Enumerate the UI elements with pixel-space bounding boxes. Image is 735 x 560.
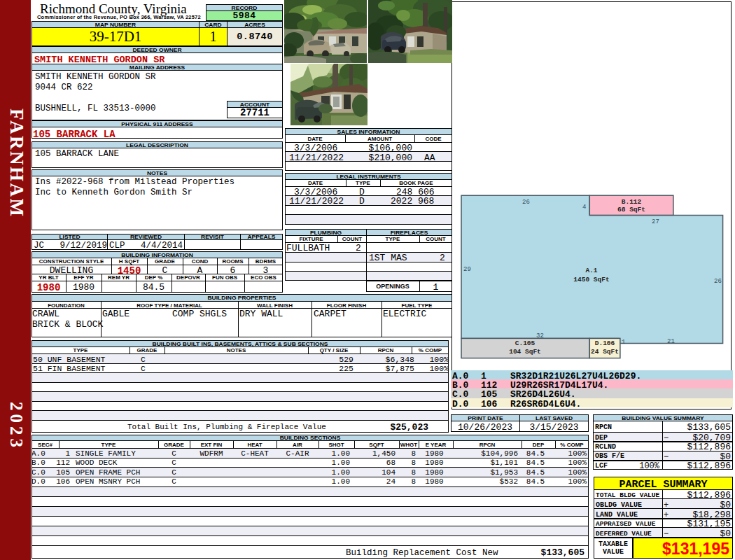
svg-text:27: 27 xyxy=(652,218,659,225)
svg-text:D.106: D.106 xyxy=(595,340,615,347)
svg-text:4: 4 xyxy=(582,204,586,211)
svg-text:104 SqFt: 104 SqFt xyxy=(509,348,541,356)
svg-text:68 SqFt: 68 SqFt xyxy=(617,206,645,214)
svg-text:C.105: C.105 xyxy=(515,340,536,347)
svg-text:21: 21 xyxy=(667,338,675,345)
svg-text:32: 32 xyxy=(536,332,544,340)
svg-text:29: 29 xyxy=(463,266,471,273)
svg-text:26: 26 xyxy=(522,199,530,206)
svg-text:1: 1 xyxy=(622,339,625,346)
svg-text:A.1: A.1 xyxy=(585,267,597,274)
svg-text:24 SqFt: 24 SqFt xyxy=(591,348,619,356)
svg-text:26: 26 xyxy=(714,278,722,285)
svg-text:B.112: B.112 xyxy=(622,198,642,206)
svg-text:1450 SqFt: 1450 SqFt xyxy=(573,276,609,284)
